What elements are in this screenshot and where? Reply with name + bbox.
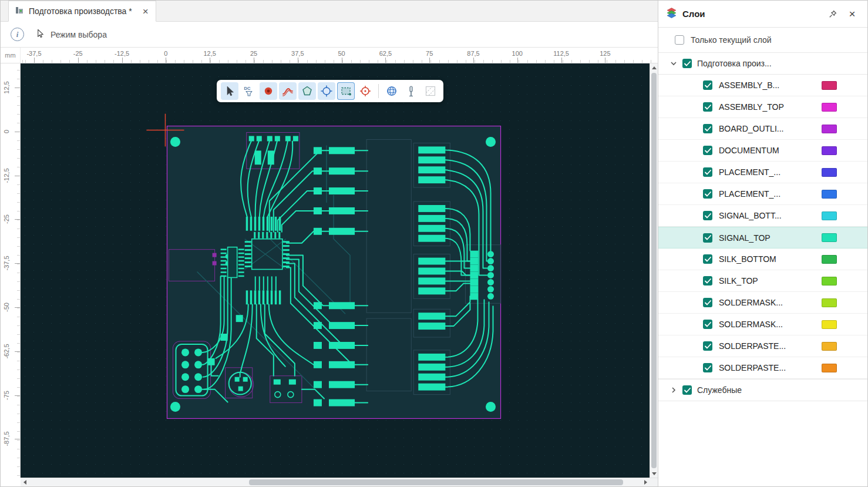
layer-color-swatch[interactable]	[822, 233, 837, 242]
rect-select-icon	[339, 85, 352, 98]
h-ruler: -37,5-25-12,5012,52537,55062,57587,51001…	[21, 48, 658, 63]
polygon-icon	[301, 85, 314, 98]
scroll-left-icon[interactable]	[21, 478, 29, 486]
layer-checkbox[interactable]	[703, 146, 712, 155]
group-checkbox[interactable]	[682, 59, 692, 68]
layer-checkbox[interactable]	[703, 102, 712, 112]
only-current-layer-row[interactable]: Только текущий слой	[658, 28, 867, 52]
layer-checkbox[interactable]	[703, 276, 712, 286]
layer-row-placement[interactable]: PLACEMENT_...	[658, 183, 867, 205]
vertical-scrollbar[interactable]	[650, 63, 658, 478]
v-ruler-tick	[15, 88, 20, 88]
tab-production-prep[interactable]: Подготовка производства * ×	[8, 1, 156, 22]
h-ruler-label: -37,5	[26, 50, 41, 57]
layer-row-board-outli[interactable]: BOARD_OUTLI...	[658, 118, 867, 140]
h-ruler-tick	[78, 58, 79, 63]
layer-checkbox[interactable]	[703, 124, 712, 133]
layer-row-placement[interactable]: PLACEMENT_...	[658, 162, 867, 183]
layer-checkbox[interactable]	[703, 233, 712, 243]
horizontal-scrollbar[interactable]	[21, 478, 650, 486]
layer-checkbox[interactable]	[703, 211, 712, 220]
layer-color-swatch[interactable]	[822, 298, 837, 307]
layer-row-signal-bott[interactable]: SIGNAL_BOTT...	[658, 205, 867, 227]
h-ruler-tick	[298, 58, 298, 63]
via-tool-button[interactable]	[318, 82, 335, 100]
horizontal-scroll-track[interactable]	[29, 478, 641, 486]
layer-row-assembly-b[interactable]: ASSEMBLY_B...	[658, 75, 867, 96]
h-ruler-tick	[166, 58, 166, 63]
layer-checkbox[interactable]	[703, 298, 712, 307]
v-ruler-label: -87,5	[3, 432, 10, 446]
chevron-right-icon[interactable]	[670, 387, 677, 393]
vertical-scroll-track[interactable]	[650, 72, 658, 469]
h-ruler-label: 25	[250, 50, 257, 57]
layer-row-assembly-top[interactable]: ASSEMBLY_TOP	[658, 96, 867, 118]
layer-checkbox[interactable]	[703, 320, 712, 329]
layer-checkbox[interactable]	[703, 167, 712, 177]
layer-row-soldermask[interactable]: SOLDERMASK...	[658, 292, 867, 314]
layer-color-swatch[interactable]	[822, 255, 837, 264]
v-ruler: 12,50-12,5-25-37,5-50-62,5-75-87,5	[1, 63, 21, 478]
panel-close-icon[interactable]: ×	[845, 7, 859, 21]
trace-tool-button[interactable]	[279, 82, 297, 100]
layer-color-swatch[interactable]	[822, 81, 837, 90]
layer-color-swatch[interactable]	[822, 168, 837, 177]
layer-color-swatch[interactable]	[822, 103, 837, 112]
scroll-up-icon[interactable]	[650, 63, 658, 72]
layer-row-solderpaste[interactable]: SOLDERPASTE...	[658, 335, 867, 357]
only-current-layer-checkbox[interactable]	[675, 35, 684, 45]
polygon-tool-button[interactable]	[298, 82, 316, 100]
layer-row-documentum[interactable]: DOCUMENTUM	[658, 140, 867, 162]
info-icon[interactable]: i	[11, 28, 24, 41]
v-ruler-tick	[15, 176, 20, 176]
layer-color-swatch[interactable]	[822, 277, 837, 286]
scroll-down-icon[interactable]	[650, 469, 658, 478]
layer-name: PLACEMENT_...	[719, 167, 780, 177]
layer-color-swatch[interactable]	[822, 364, 837, 372]
layers-panel-title: Слои	[682, 9, 705, 19]
trace-icon	[281, 85, 294, 98]
layer-checkbox[interactable]	[703, 363, 712, 372]
dc-filter-tool-button[interactable]: DC	[240, 82, 258, 100]
layer-checkbox[interactable]	[703, 80, 712, 90]
layer-row-silk-top[interactable]: SILK_TOP	[658, 270, 867, 292]
keepout-icon	[359, 85, 372, 98]
v-ruler-tick	[15, 351, 20, 352]
layer-name: SILK_TOP	[719, 276, 758, 286]
layer-row-solderpaste[interactable]: SOLDERPASTE...	[658, 357, 867, 379]
v-ruler-tick	[15, 395, 20, 396]
layer-color-swatch[interactable]	[822, 125, 837, 133]
rect-select-tool-button[interactable]	[337, 82, 355, 100]
vertical-scroll-thumb[interactable]	[651, 73, 657, 468]
layer-color-swatch[interactable]	[822, 320, 837, 329]
select-cursor-tool-button[interactable]	[221, 82, 238, 100]
layer-color-swatch[interactable]	[822, 211, 837, 220]
tab-close-icon[interactable]: ×	[143, 6, 149, 16]
h-ruler-label: 0	[164, 50, 167, 57]
pcb-canvas[interactable]: DC	[21, 63, 650, 478]
layer-group-service[interactable]: Служебные	[658, 379, 867, 401]
layer-color-swatch[interactable]	[822, 146, 837, 155]
service-checkbox[interactable]	[682, 385, 692, 395]
layer-name: PLACEMENT_...	[719, 189, 780, 199]
layer-checkbox[interactable]	[703, 189, 712, 199]
pad-tool-button[interactable]	[260, 82, 277, 100]
layer-checkbox[interactable]	[703, 341, 712, 351]
chevron-down-icon[interactable]	[670, 61, 677, 66]
layer-color-swatch[interactable]	[822, 190, 837, 199]
keepout-tool-button[interactable]	[356, 82, 374, 100]
layer-row-silk-bottom[interactable]: SILK_BOTTOM	[658, 248, 867, 270]
layer-group-production-prep[interactable]: Подготовка произ...	[658, 52, 867, 75]
sphere-3d-tool-button[interactable]	[383, 82, 401, 100]
scroll-right-icon[interactable]	[641, 478, 650, 486]
layer-row-signal-top[interactable]: SIGNAL_TOP	[658, 227, 867, 248]
selection-mode-button[interactable]: Режим выбора	[31, 26, 110, 43]
probe-tool-button[interactable]	[402, 82, 420, 100]
layer-color-swatch[interactable]	[822, 342, 837, 351]
pin-icon[interactable]	[826, 7, 840, 21]
pcb-artwork	[21, 63, 650, 478]
ruler-unit-label: mm	[1, 48, 21, 63]
layer-checkbox[interactable]	[703, 254, 712, 264]
layer-row-soldermask[interactable]: SOLDERMASK...	[658, 314, 867, 335]
horizontal-scroll-thumb[interactable]	[249, 479, 623, 485]
